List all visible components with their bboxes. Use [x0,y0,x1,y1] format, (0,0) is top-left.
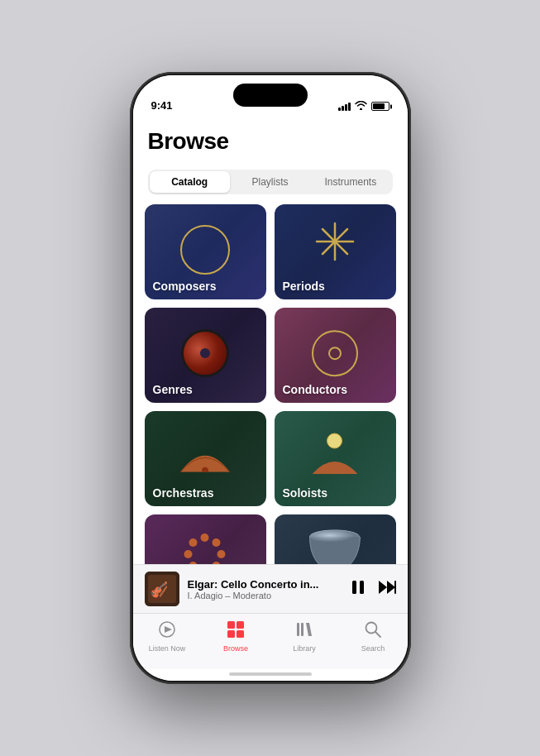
grid-item-label: Composers [153,280,217,293]
grid-item-conductors[interactable]: Conductors [275,308,396,403]
home-indicator [133,669,408,681]
svg-point-9 [213,562,221,564]
svg-marker-23 [387,581,395,594]
tab-bar: Listen Now Browse [133,613,408,669]
now-playing-controls [350,579,396,600]
svg-point-11 [189,562,198,564]
phone-screen: 9:41 [133,75,408,681]
grid-item-soloists[interactable]: Soloists [275,411,396,506]
signal-icon [338,103,351,111]
grid-item-label: Periods [283,280,325,293]
svg-rect-28 [237,621,244,629]
status-bar: 9:41 [133,75,408,117]
svg-rect-32 [301,623,303,636]
tab-instruments[interactable]: Instruments [310,171,390,193]
svg-rect-31 [297,623,299,636]
svg-marker-22 [379,581,387,594]
svg-rect-29 [227,630,235,638]
svg-rect-24 [394,581,396,594]
conductors-art [312,330,358,376]
tab-bar-item-listen-now[interactable]: Listen Now [133,620,202,653]
tab-catalog[interactable]: Catalog [150,171,230,193]
svg-text:🎻: 🎻 [150,581,169,599]
svg-line-34 [375,632,380,637]
grid-item-periods[interactable]: Periods [275,204,396,299]
grid-item-label: Conductors [283,383,348,396]
library-icon [295,620,313,643]
grid-item-ensembles[interactable]: Ensembles [145,514,266,564]
tab-bar-label-browse: Browse [223,644,248,653]
grid-item-label: Soloists [283,486,327,500]
tab-bar-item-search[interactable]: Search [339,620,408,653]
now-playing-subtitle: I. Adagio – Moderato [188,591,342,600]
svg-rect-27 [227,621,235,629]
browse-grid: Composers Peri [133,204,408,564]
svg-point-5 [327,433,342,448]
tab-playlists[interactable]: Playlists [230,171,310,193]
genres-art [181,329,229,377]
battery-fill [373,103,385,109]
page-title: Browse [148,128,393,155]
composers-art [180,225,230,275]
status-time: 9:41 [151,99,173,112]
grid-item-label: Genres [153,383,193,396]
periods-art [313,220,356,270]
svg-point-6 [201,534,209,542]
dynamic-island [233,84,308,107]
svg-rect-20 [352,581,356,594]
svg-rect-30 [237,630,244,638]
grid-item-orchestras[interactable]: Orchestras [145,411,266,506]
svg-point-16 [310,530,360,543]
grid-item-composers[interactable]: Composers [145,204,266,299]
now-playing-bar[interactable]: 🎻 Elgar: Cello Concerto in... I. Adagio … [133,564,408,613]
wifi-icon [355,101,367,112]
grid-item-label: Orchestras [153,486,214,500]
svg-point-8 [217,550,226,558]
phone-frame: 9:41 [130,72,411,684]
tab-bar-label-search: Search [361,644,385,653]
tab-bar-label-listen-now: Listen Now [149,644,186,653]
tab-bar-item-browse[interactable]: Browse [202,620,270,653]
browse-header: Browse [133,117,408,163]
tab-bar-label-library: Library [293,644,316,653]
svg-rect-21 [360,581,364,594]
browse-icon [227,620,245,643]
battery-icon [371,102,389,111]
svg-point-13 [189,538,198,547]
now-playing-artwork: 🎻 [145,572,179,606]
grid-item-genres[interactable]: Genres [145,308,266,403]
now-playing-title: Elgar: Cello Concerto in... [188,578,342,591]
svg-marker-26 [165,626,172,633]
svg-point-12 [184,550,193,558]
search-icon [364,620,382,643]
status-icons [338,101,389,112]
now-playing-info: Elgar: Cello Concerto in... I. Adagio – … [188,578,342,600]
pause-button[interactable] [350,579,366,600]
svg-point-7 [213,538,221,547]
tab-bar-item-library[interactable]: Library [270,620,339,653]
main-content: Browse Catalog Playlists Instruments Com… [133,117,408,564]
grid-item-choirs[interactable]: Choirs [275,514,396,564]
tabs-container: Catalog Playlists Instruments [148,170,393,194]
listen-now-icon [158,620,176,643]
skip-forward-button[interactable] [378,579,396,600]
